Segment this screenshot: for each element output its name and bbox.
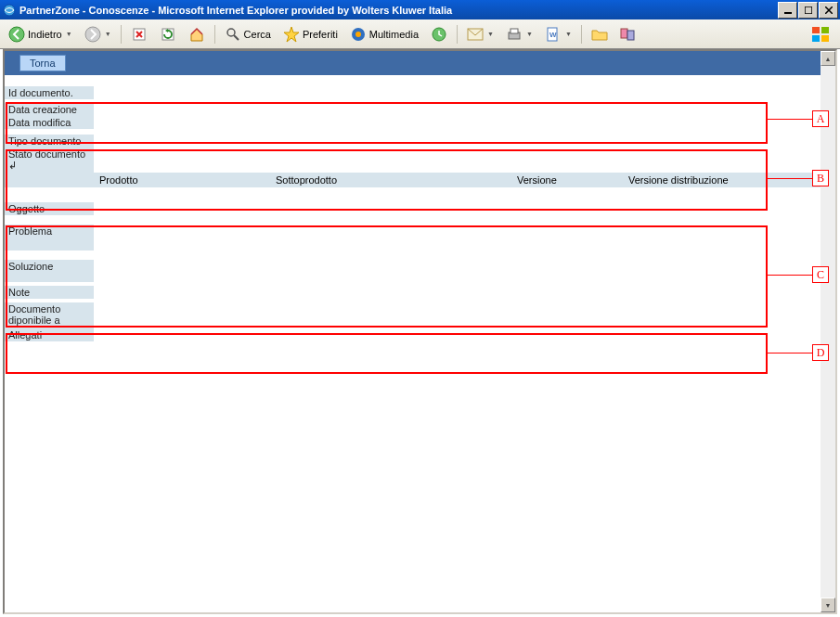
row-type: Tipo documento bbox=[5, 135, 821, 148]
history-icon bbox=[431, 26, 447, 43]
minimize-button[interactable] bbox=[778, 2, 797, 19]
expand-icon[interactable]: ↲ bbox=[5, 160, 94, 173]
edit-doc-icon: W bbox=[545, 26, 562, 43]
media-button[interactable]: Multimedia bbox=[345, 23, 423, 45]
history-button[interactable] bbox=[426, 23, 452, 45]
refresh-icon bbox=[160, 26, 176, 43]
value-available bbox=[94, 302, 821, 328]
dropdown-icon: ▼ bbox=[487, 31, 494, 37]
value-state bbox=[94, 148, 821, 173]
col-product: Prodotto bbox=[94, 173, 270, 187]
row-solution: Soluzione bbox=[5, 260, 821, 282]
value-created bbox=[94, 103, 821, 116]
label-solution: Soluzione bbox=[5, 260, 94, 282]
print-button[interactable]: ▼ bbox=[501, 23, 537, 45]
row-created: Data creazione bbox=[5, 103, 821, 116]
media-icon bbox=[350, 26, 367, 43]
window-title: PartnerZone - Conoscenze - Microsoft Int… bbox=[19, 5, 778, 16]
svg-rect-19 bbox=[821, 27, 829, 33]
row-modified: Data modifica bbox=[5, 116, 821, 129]
value-type bbox=[94, 135, 821, 148]
label-available: Documento diponibile a bbox=[5, 302, 94, 328]
close-button[interactable] bbox=[819, 2, 838, 19]
ie-app-icon bbox=[2, 3, 17, 18]
col-empty bbox=[5, 173, 94, 187]
scroll-down-button[interactable]: ▼ bbox=[821, 598, 835, 612]
svg-rect-1 bbox=[784, 12, 792, 14]
edit-button[interactable]: W ▼ bbox=[540, 23, 576, 45]
window-titlebar: PartnerZone - Conoscenze - Microsoft Int… bbox=[0, 0, 840, 19]
dropdown-icon: ▼ bbox=[105, 31, 111, 37]
label-modified: Data modifica bbox=[5, 116, 94, 129]
row-attachments: Allegati bbox=[5, 328, 821, 341]
svg-rect-13 bbox=[510, 29, 518, 33]
svg-text:W: W bbox=[549, 31, 557, 39]
row-state: Stato documento bbox=[5, 148, 821, 160]
svg-point-3 bbox=[9, 27, 24, 42]
maximize-button[interactable] bbox=[798, 2, 818, 19]
label-problem: Problema bbox=[5, 225, 94, 251]
mail-button[interactable]: ▼ bbox=[462, 23, 498, 45]
svg-point-0 bbox=[4, 5, 15, 16]
browser-toolbar: Indietro ▼ ▼ Cerca Preferiti Multimedia … bbox=[0, 19, 840, 49]
dropdown-icon: ▼ bbox=[66, 31, 72, 37]
row-subject: Oggetto bbox=[5, 202, 821, 215]
folder-icon bbox=[591, 26, 608, 43]
row-id: Id documento. bbox=[5, 86, 821, 99]
search-button[interactable]: Cerca bbox=[220, 23, 276, 45]
label-created: Data creazione bbox=[5, 103, 94, 116]
vertical-scrollbar[interactable]: ▲ ▼ bbox=[821, 51, 835, 612]
windows-flag-icon bbox=[807, 21, 836, 47]
home-button[interactable] bbox=[184, 23, 210, 45]
folder-button[interactable] bbox=[587, 23, 613, 45]
document-form: Id documento. Data creazione Data modifi… bbox=[5, 86, 821, 173]
value-problem bbox=[94, 225, 821, 251]
label-subject: Oggetto bbox=[5, 202, 94, 215]
media-label: Multimedia bbox=[369, 29, 419, 40]
favorites-label: Preferiti bbox=[303, 29, 338, 40]
col-subproduct: Sottoprodotto bbox=[270, 173, 511, 187]
value-solution bbox=[94, 260, 821, 282]
search-label: Cerca bbox=[244, 29, 271, 40]
back-icon bbox=[8, 26, 25, 43]
svg-rect-16 bbox=[621, 29, 627, 38]
label-state: Stato documento bbox=[5, 148, 94, 160]
label-attachments: Allegati bbox=[5, 328, 94, 341]
page-content: Torna Id documento. Data creazione Data … bbox=[5, 51, 821, 612]
refresh-button[interactable] bbox=[155, 23, 181, 45]
favorites-button[interactable]: Preferiti bbox=[278, 23, 342, 45]
svg-rect-20 bbox=[812, 35, 820, 42]
label-notes: Note bbox=[5, 286, 94, 299]
value-modified bbox=[94, 116, 821, 129]
value-subject bbox=[94, 202, 821, 215]
search-icon bbox=[225, 26, 241, 43]
row-notes: Note bbox=[5, 286, 821, 299]
svg-point-4 bbox=[85, 27, 100, 42]
star-icon bbox=[283, 26, 300, 43]
col-dist-version: Versione distribuzione bbox=[623, 173, 821, 187]
label-type: Tipo documento bbox=[5, 135, 94, 148]
mail-icon bbox=[467, 26, 484, 43]
printer-icon bbox=[506, 26, 523, 43]
dropdown-icon: ▼ bbox=[526, 31, 533, 37]
stop-button[interactable] bbox=[126, 23, 152, 45]
value-id bbox=[94, 86, 821, 99]
back-button[interactable]: Indietro ▼ bbox=[4, 23, 77, 45]
forward-icon bbox=[84, 26, 101, 43]
return-button[interactable]: Torna bbox=[19, 55, 66, 71]
row-available: Documento diponibile a bbox=[5, 302, 821, 328]
svg-rect-21 bbox=[821, 35, 829, 42]
forward-button[interactable]: ▼ bbox=[80, 23, 116, 45]
links-button[interactable] bbox=[615, 23, 641, 45]
svg-rect-17 bbox=[627, 31, 634, 40]
dropdown-icon: ▼ bbox=[565, 31, 572, 37]
value-notes bbox=[94, 286, 821, 299]
product-header-table: Prodotto Sottoprodotto Versione Versione… bbox=[5, 173, 821, 187]
value-attachments bbox=[94, 328, 821, 341]
links-icon bbox=[620, 26, 637, 43]
stop-icon bbox=[131, 26, 148, 43]
svg-rect-2 bbox=[805, 6, 812, 14]
scroll-up-button[interactable]: ▲ bbox=[821, 51, 835, 66]
document-body: Oggetto Problema Soluzione Note Document… bbox=[5, 202, 821, 341]
page-header: Torna bbox=[5, 51, 821, 75]
